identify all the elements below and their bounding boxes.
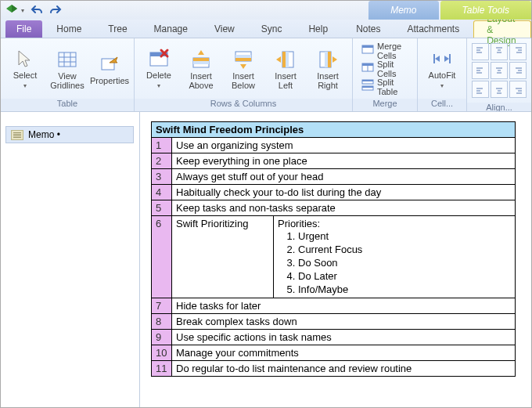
table-title[interactable]: Swift Mind Freedom Principles <box>152 122 516 138</box>
table-row[interactable]: 9Use specific actions in task names <box>152 330 516 345</box>
merge-cells-button[interactable]: Merge Cells <box>358 42 412 60</box>
qat-dropdown-icon[interactable]: ▾ <box>21 7 24 14</box>
align-top-left-button[interactable] <box>472 43 489 60</box>
delete-button[interactable]: Delete▾ <box>139 44 178 94</box>
delete-label: Delete <box>146 70 171 80</box>
tab-layout-design[interactable]: Layout & Design <box>473 20 531 38</box>
tab-sync[interactable]: Sync <box>249 20 295 38</box>
svg-rect-21 <box>362 45 373 48</box>
row-text[interactable]: Hide tasks for later <box>172 298 516 314</box>
table-row[interactable]: 4Habitually check your to-do list during… <box>152 185 516 200</box>
merge-cells-icon <box>361 43 374 58</box>
svg-rect-19 <box>325 52 328 67</box>
insert-below-icon <box>232 48 254 71</box>
split-cells-button[interactable]: Split Cells <box>358 60 412 78</box>
group-label-align: Align... <box>467 103 531 112</box>
split-table-button[interactable]: Split Table <box>358 78 412 96</box>
row-text[interactable]: Manage your commitments <box>172 345 516 361</box>
row-number[interactable]: 9 <box>152 330 172 345</box>
row6-right[interactable]: Priorities: UrgentCurrent FocusDo SoonDo… <box>274 216 516 298</box>
row-number[interactable]: 1 <box>152 138 172 153</box>
align-mid-right-button[interactable] <box>509 62 527 79</box>
row-text[interactable]: Use an organizing system <box>172 138 516 153</box>
tree-item-memo[interactable]: Memo • <box>5 126 134 143</box>
split-cells-label: Split Cells <box>377 60 408 78</box>
tab-attachments[interactable]: Attachments <box>395 20 473 38</box>
context-tab-table-tools[interactable]: Table Tools <box>440 1 532 20</box>
context-tab-memo[interactable]: Memo <box>368 1 438 20</box>
row-text[interactable]: Keep everything in one place <box>172 153 516 169</box>
row-number[interactable]: 4 <box>152 185 172 200</box>
undo-icon[interactable] <box>31 4 43 16</box>
row-text[interactable]: Always get stuff out of your head <box>172 169 516 185</box>
tab-tree[interactable]: Tree <box>95 20 139 38</box>
align-mid-left-button[interactable] <box>472 62 489 79</box>
svg-rect-9 <box>193 58 209 61</box>
table-row[interactable]: 2Keep everything in one place <box>152 153 516 169</box>
insert-right-label: InsertRight <box>317 71 339 90</box>
row-text[interactable]: Use specific actions in task names <box>172 330 516 345</box>
table-row[interactable]: 11Do regular to-do list maintenance and … <box>152 361 516 377</box>
row-text[interactable]: Keep tasks and non-tasks separate <box>172 200 516 216</box>
tab-view[interactable]: View <box>202 20 247 38</box>
tree-item-label: Memo • <box>28 129 60 140</box>
tab-manage[interactable]: Manage <box>142 20 200 38</box>
align-bot-center-button[interactable] <box>491 81 508 98</box>
row6-left[interactable]: Swift Prioritizing <box>172 216 274 298</box>
align-mid-center-button[interactable] <box>491 62 508 79</box>
svg-rect-12 <box>235 58 251 61</box>
group-label-merge: Merge <box>353 99 417 111</box>
table-row[interactable]: 8Break complex tasks down <box>152 314 516 330</box>
insert-above-button[interactable]: InsertAbove <box>182 45 221 93</box>
row-text[interactable]: Do regular to-do list maintenance and re… <box>172 361 516 377</box>
insert-below-button[interactable]: InsertBelow <box>224 45 263 93</box>
row-number[interactable]: 8 <box>152 314 172 330</box>
dropdown-caret-icon: ▾ <box>440 82 444 89</box>
row-number[interactable]: 2 <box>152 153 172 169</box>
table-row[interactable]: 5Keep tasks and non-tasks separate <box>152 200 516 216</box>
group-label-rows-columns: Rows & Columns <box>135 99 352 111</box>
svg-rect-0 <box>59 52 76 67</box>
redo-icon[interactable] <box>49 4 62 16</box>
table-row[interactable]: 10Manage your commitments <box>152 345 516 361</box>
properties-button[interactable]: Properties <box>90 49 129 88</box>
table-row[interactable]: 6 Swift Prioritizing Priorities: UrgentC… <box>152 216 516 298</box>
split-cells-icon <box>361 61 374 76</box>
tab-notes[interactable]: Notes <box>343 20 393 38</box>
group-merge: Merge Cells Split Cells Split Table Merg… <box>353 38 418 111</box>
insert-right-button[interactable]: InsertRight <box>308 45 347 93</box>
tab-file[interactable]: File <box>5 20 42 38</box>
merge-cells-label: Merge Cells <box>377 42 408 60</box>
document-table[interactable]: Swift Mind Freedom Principles 1Use an or… <box>151 121 516 377</box>
table-row[interactable]: 1Use an organizing system <box>152 138 516 153</box>
insert-left-button[interactable]: InsertLeft <box>266 45 305 93</box>
align-bot-right-button[interactable] <box>509 81 527 98</box>
row-text[interactable]: Habitually check your to-do list during … <box>172 185 516 200</box>
row-number[interactable]: 11 <box>152 361 172 377</box>
svg-rect-28 <box>362 86 373 88</box>
select-button[interactable]: Select▾ <box>5 44 45 94</box>
table-row[interactable]: 3Always get stuff out of your head <box>152 169 516 185</box>
view-gridlines-button[interactable]: ViewGridlines <box>48 45 87 93</box>
tab-home[interactable]: Home <box>44 20 94 38</box>
align-top-center-button[interactable] <box>491 43 508 60</box>
tab-help[interactable]: Help <box>296 20 340 38</box>
svg-rect-13 <box>235 55 251 58</box>
sidebar: Memo • <box>1 112 140 407</box>
insert-left-label: InsertLeft <box>275 71 297 90</box>
align-bot-left-button[interactable] <box>472 81 489 98</box>
priority-item: Urgent <box>298 229 511 243</box>
row-number[interactable]: 7 <box>152 298 172 314</box>
row-number[interactable]: 6 <box>152 216 172 298</box>
row-number[interactable]: 10 <box>152 345 172 361</box>
editor-area[interactable]: Swift Mind Freedom Principles 1Use an or… <box>140 112 531 407</box>
table-row[interactable]: 7Hide tasks for later <box>152 298 516 314</box>
row-number[interactable]: 3 <box>152 169 172 185</box>
align-top-right-button[interactable] <box>509 43 527 60</box>
ribbon-tabs: File Home Tree Manage View Sync Help Not… <box>1 20 531 38</box>
autofit-button[interactable]: AutoFit▾ <box>422 44 462 94</box>
insert-above-icon <box>190 48 212 71</box>
row-number[interactable]: 5 <box>152 200 172 216</box>
properties-icon <box>99 52 120 76</box>
row-text[interactable]: Break complex tasks down <box>172 314 516 330</box>
